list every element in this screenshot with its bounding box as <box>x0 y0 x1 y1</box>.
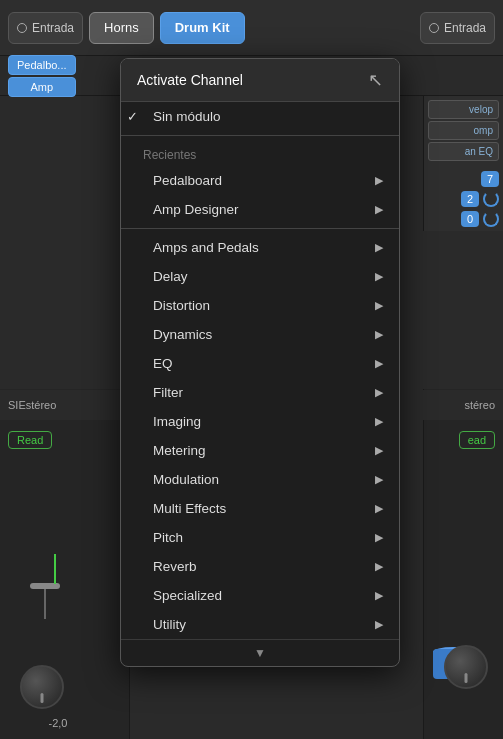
pitch-arrow-icon: ▶ <box>375 531 383 544</box>
cymbal-stand <box>30 583 60 619</box>
entrada-left-button[interactable]: Entrada <box>8 12 83 44</box>
amps-and-pedals-label: Amps and Pedals <box>153 240 259 255</box>
pedalboard-arrow-icon: ▶ <box>375 174 383 187</box>
menu-item-sin-modulo[interactable]: ✓ Sin módulo <box>121 102 399 131</box>
menu-item-specialized[interactable]: Specialized ▶ <box>121 581 399 610</box>
metering-arrow-icon: ▶ <box>375 444 383 457</box>
entrada-right-button[interactable]: Entrada <box>420 12 495 44</box>
badge-2: 2 <box>461 191 479 207</box>
metering-label: Metering <box>153 443 206 458</box>
fader-stem <box>54 554 56 584</box>
distortion-label: Distortion <box>153 298 210 313</box>
knob-value-label: -2,0 <box>49 717 68 729</box>
menu-item-eq[interactable]: EQ ▶ <box>121 349 399 378</box>
menu-item-modulation[interactable]: Modulation ▶ <box>121 465 399 494</box>
cymbal-pole <box>44 589 46 619</box>
separator-1 <box>121 135 399 136</box>
imaging-arrow-icon: ▶ <box>375 415 383 428</box>
menu-item-metering[interactable]: Metering ▶ <box>121 436 399 465</box>
entrada-right-label: Entrada <box>444 21 486 35</box>
utility-label: Utility <box>153 617 186 632</box>
right-knob-area <box>444 645 488 689</box>
eq-arrow-icon: ▶ <box>375 357 383 370</box>
horns-button[interactable]: Horns <box>89 12 154 44</box>
eq-label: EQ <box>153 356 173 371</box>
main-knob[interactable] <box>20 665 64 709</box>
cursor-icon: ↖ <box>368 69 383 91</box>
utility-arrow-icon: ▶ <box>375 618 383 631</box>
reverb-label: Reverb <box>153 559 197 574</box>
specialized-arrow-icon: ▶ <box>375 589 383 602</box>
menu-item-multi-effects[interactable]: Multi Effects ▶ <box>121 494 399 523</box>
dynamics-label: Dynamics <box>153 327 212 342</box>
recientes-section-label: Recientes <box>121 140 399 166</box>
filter-arrow-icon: ▶ <box>375 386 383 399</box>
multi-effects-label: Multi Effects <box>153 501 226 516</box>
pedalboard-label[interactable]: Pedalbo... <box>8 55 76 75</box>
stereo-right-label: stéreo <box>464 399 495 411</box>
filter-label: Filter <box>153 385 183 400</box>
menu-item-dynamics[interactable]: Dynamics ▶ <box>121 320 399 349</box>
menu-item-filter[interactable]: Filter ▶ <box>121 378 399 407</box>
context-menu: Activate Channel ↖ ✓ Sin módulo Reciente… <box>120 58 400 667</box>
radio-dot-right <box>429 23 439 33</box>
separator-2 <box>121 228 399 229</box>
specialized-label: Specialized <box>153 588 222 603</box>
value-display: -2,0 <box>8 713 108 731</box>
entrada-left-label: Entrada <box>32 21 74 35</box>
pedalboard-menu-label: Pedalboard <box>153 173 222 188</box>
amp-label[interactable]: Amp <box>8 77 76 97</box>
amp-designer-arrow-icon: ▶ <box>375 203 383 216</box>
modulation-arrow-icon: ▶ <box>375 473 383 486</box>
knob-area <box>20 665 64 709</box>
reverb-arrow-icon: ▶ <box>375 560 383 573</box>
badge-7: 7 <box>481 171 499 187</box>
scroll-down-indicator[interactable]: ▼ <box>121 639 399 666</box>
menu-item-pitch[interactable]: Pitch ▶ <box>121 523 399 552</box>
delay-arrow-icon: ▶ <box>375 270 383 283</box>
menu-header: Activate Channel ↖ <box>121 59 399 102</box>
amp-designer-label: Amp Designer <box>153 202 239 217</box>
menu-item-delay[interactable]: Delay ▶ <box>121 262 399 291</box>
sin-modulo-label: Sin módulo <box>153 109 221 124</box>
menu-item-distortion[interactable]: Distortion ▶ <box>121 291 399 320</box>
pitch-label: Pitch <box>153 530 183 545</box>
multi-effects-arrow-icon: ▶ <box>375 502 383 515</box>
menu-item-reverb[interactable]: Reverb ▶ <box>121 552 399 581</box>
right-plugin-velop[interactable]: velop <box>428 100 499 119</box>
menu-item-utility[interactable]: Utility ▶ <box>121 610 399 639</box>
top-bar: Entrada Horns Drum Kit Entrada <box>0 0 503 56</box>
imaging-label: Imaging <box>153 414 201 429</box>
menu-item-imaging[interactable]: Imaging ▶ <box>121 407 399 436</box>
amps-and-pedals-arrow-icon: ▶ <box>375 241 383 254</box>
distortion-arrow-icon: ▶ <box>375 299 383 312</box>
menu-item-pedalboard[interactable]: Pedalboard ▶ <box>121 166 399 195</box>
badge-0: 0 <box>461 211 479 227</box>
modulation-label: Modulation <box>153 472 219 487</box>
drum-kit-button[interactable]: Drum Kit <box>160 12 245 44</box>
radio-dot-left <box>17 23 27 33</box>
right-plugins-panel: velop omp an EQ 7 2 0 <box>423 96 503 231</box>
read-badge-left[interactable]: Read <box>8 431 52 449</box>
menu-item-amp-designer[interactable]: Amp Designer ▶ <box>121 195 399 224</box>
scroll-down-arrow-icon: ▼ <box>254 646 266 660</box>
activate-channel-label: Activate Channel <box>137 72 243 88</box>
delay-label: Delay <box>153 269 188 284</box>
checkmark-icon: ✓ <box>127 109 138 124</box>
right-plugin-comp[interactable]: omp <box>428 121 499 140</box>
read-badge-right[interactable]: ead <box>459 431 495 449</box>
menu-item-amps-and-pedals[interactable]: Amps and Pedals ▶ <box>121 233 399 262</box>
right-plugin-eq[interactable]: an EQ <box>428 142 499 161</box>
dynamics-arrow-icon: ▶ <box>375 328 383 341</box>
right-knob[interactable] <box>444 645 488 689</box>
stereo-left-label: SIEstéreo <box>8 399 56 411</box>
